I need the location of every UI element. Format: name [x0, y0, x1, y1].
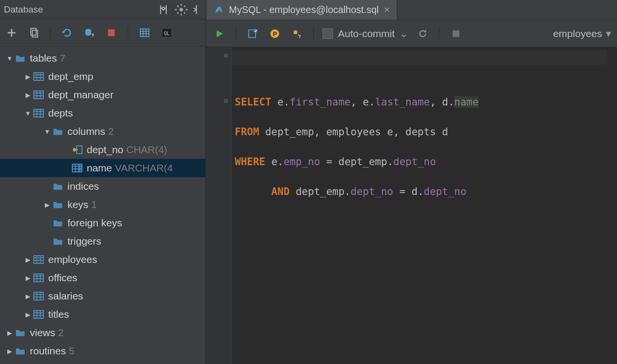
tree-node-employees[interactable]: ▶ employees: [0, 250, 205, 269]
sql-code-area[interactable]: ⊟ ⊟ SELECT e.first_name, e.last_name, d.…: [206, 47, 617, 364]
editor-tabbar: MySQL - employees@localhost.sql ✕: [206, 0, 617, 20]
settings-button[interactable]: [289, 26, 305, 41]
tree-node-salaries[interactable]: ▶ salaries: [0, 287, 205, 305]
hide-icon[interactable]: [188, 3, 201, 16]
primary-key-icon: [71, 145, 83, 155]
svg-rect-17: [34, 274, 43, 282]
chevron-down-icon[interactable]: ▼: [23, 110, 33, 117]
sidebar-title: Database: [4, 4, 43, 15]
folder-icon: [52, 200, 64, 209]
collapse-icon[interactable]: [157, 3, 170, 16]
chevron-right-icon[interactable]: ▶: [23, 91, 33, 99]
node-label: name: [87, 162, 112, 174]
tree-node-columns[interactable]: ▼ columns 2: [0, 122, 205, 141]
table-icon: [33, 108, 44, 118]
svg-rect-19: [34, 311, 43, 318]
svg-text:P: P: [273, 30, 277, 38]
tree-node-dept-manager[interactable]: ▶ dept_manager: [0, 86, 205, 104]
gear-icon[interactable]: [174, 3, 188, 16]
schema-picker[interactable]: employees ▾: [553, 28, 611, 39]
tree-node-views[interactable]: ▶ views 2: [0, 324, 205, 342]
open-console-button[interactable]: QL: [159, 25, 174, 40]
sidebar-header: Database: [0, 0, 205, 19]
chevron-down-icon[interactable]: ▾: [606, 28, 611, 39]
chevron-down-icon[interactable]: ▼: [5, 55, 14, 62]
add-button[interactable]: [4, 25, 19, 40]
duplicate-button[interactable]: [26, 25, 41, 40]
editor-tab[interactable]: MySQL - employees@localhost.sql ✕: [207, 0, 397, 20]
tree-node-foreign-keys[interactable]: foreign keys: [0, 214, 205, 232]
tree-node-keys[interactable]: ▶ keys 1: [0, 195, 205, 214]
tree-node-dept-emp[interactable]: ▶ dept_emp: [0, 67, 205, 86]
tree-node-indices[interactable]: indices: [0, 177, 205, 195]
auto-commit-toggle[interactable]: Auto-commit ⌄: [322, 28, 408, 39]
tree-node-routines[interactable]: ▶ routines 5: [0, 342, 205, 360]
sync-button[interactable]: [81, 25, 97, 40]
node-label: titles: [48, 309, 69, 320]
tree-node-offices[interactable]: ▶ offices: [0, 269, 205, 287]
parameters-button[interactable]: P: [267, 26, 282, 41]
node-label: columns: [67, 126, 105, 137]
table-icon: [33, 310, 44, 319]
chevron-down-icon[interactable]: ▼: [42, 128, 52, 135]
rollback-button[interactable]: [415, 26, 430, 41]
refresh-button[interactable]: [59, 25, 75, 40]
svg-point-0: [180, 8, 183, 11]
chevron-right-icon[interactable]: ▶: [5, 348, 14, 355]
node-label: dept_no: [87, 144, 123, 156]
current-line-highlight: [232, 50, 607, 65]
svg-rect-5: [140, 29, 149, 37]
chevron-right-icon[interactable]: ▶: [42, 201, 52, 208]
column-icon: [71, 163, 83, 173]
svg-rect-16: [34, 256, 43, 263]
tree-node-col-name[interactable]: name VARCHAR(4: [0, 159, 205, 177]
node-label: routines: [30, 345, 66, 357]
schema-label: employees: [553, 28, 602, 39]
close-icon[interactable]: ✕: [384, 5, 390, 14]
table-editor-button[interactable]: [137, 25, 152, 40]
node-label: foreign keys: [67, 217, 122, 229]
node-type: CHAR(4): [126, 144, 167, 156]
database-tree[interactable]: ▼ tables 7 ▶ dept_emp ▶ dept_manage: [0, 46, 205, 364]
node-label: indices: [67, 181, 99, 192]
table-icon: [33, 273, 44, 283]
node-count: 2: [58, 327, 64, 338]
fold-end-icon[interactable]: ⊟: [223, 97, 229, 104]
tree-node-depts[interactable]: ▼ depts: [0, 104, 205, 122]
chevron-down-icon[interactable]: ⌄: [400, 28, 408, 39]
tree-node-triggers[interactable]: triggers: [0, 232, 205, 250]
explain-plan-button[interactable]: [245, 26, 260, 41]
chevron-right-icon[interactable]: ▶: [23, 274, 33, 282]
node-count: 7: [60, 52, 66, 64]
fold-start-icon[interactable]: ⊟: [223, 52, 229, 59]
folder-icon: [52, 182, 64, 191]
node-count: 2: [108, 126, 114, 137]
stop-execution-button[interactable]: [448, 26, 464, 41]
status-ok-icon: [604, 52, 613, 61]
chevron-right-icon[interactable]: ▶: [23, 256, 33, 263]
editor-toolbar: P Auto-commit ⌄ employees ▾: [206, 20, 617, 47]
chevron-right-icon[interactable]: ▶: [23, 293, 33, 300]
tree-node-col-dept-no[interactable]: dept_no CHAR(4): [0, 141, 205, 159]
svg-point-24: [294, 30, 297, 34]
code-text[interactable]: SELECT e.first_name, e.last_name, d.name…: [232, 47, 617, 364]
checkbox-icon[interactable]: [322, 28, 333, 39]
svg-rect-1: [31, 28, 36, 35]
tree-node-titles[interactable]: ▶ titles: [0, 305, 205, 324]
sidebar-header-icons: [157, 3, 201, 16]
chevron-right-icon[interactable]: ▶: [23, 311, 33, 318]
database-sidebar: Database: [0, 0, 206, 364]
stop-button[interactable]: [104, 25, 119, 40]
svg-rect-25: [453, 30, 459, 37]
tree-node-tables[interactable]: ▼ tables 7: [0, 49, 205, 67]
sql-editor: MySQL - employees@localhost.sql ✕ P Auto…: [206, 0, 617, 364]
tab-label: MySQL - employees@localhost.sql: [229, 4, 379, 15]
gutter: ⊟ ⊟: [206, 47, 232, 364]
svg-rect-13: [76, 149, 78, 150]
run-button[interactable]: [212, 26, 227, 41]
chevron-right-icon[interactable]: ▶: [23, 73, 33, 80]
chevron-right-icon[interactable]: ▶: [5, 329, 14, 337]
node-label: views: [30, 327, 55, 338]
table-icon: [33, 72, 44, 81]
folder-icon: [52, 218, 64, 228]
